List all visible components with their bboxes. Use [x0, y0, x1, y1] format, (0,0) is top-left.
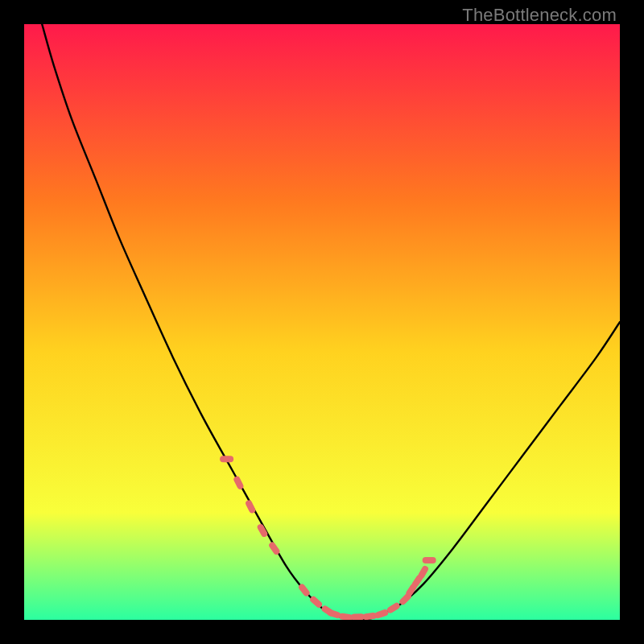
- bottleneck-chart: [24, 24, 620, 620]
- gradient-background: [24, 24, 620, 620]
- plot-area: [24, 24, 620, 620]
- chart-frame: [24, 24, 620, 620]
- marker-tick: [351, 613, 365, 620]
- marker-tick: [423, 557, 436, 564]
- marker-tick: [220, 456, 233, 462]
- watermark-text: TheBottleneck.com: [462, 5, 617, 26]
